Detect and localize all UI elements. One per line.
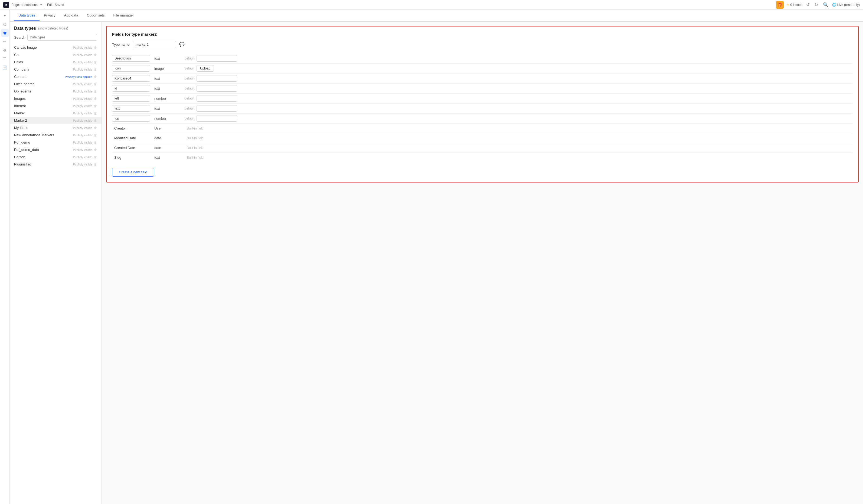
delete-icon[interactable]: 🗑 <box>94 97 97 101</box>
search-input[interactable] <box>27 34 97 41</box>
delete-icon[interactable]: 🗑 <box>94 53 97 57</box>
field-type: User <box>150 126 183 130</box>
tab-file-manager[interactable]: File manager <box>109 11 138 21</box>
datatype-item[interactable]: Pdf_demo_dataPublicly visible🗑 <box>10 146 101 153</box>
datatype-item[interactable]: Pdf_demoPublicly visible🗑 <box>10 139 101 146</box>
datatype-item[interactable]: Filter_searchPublicly visible🗑 <box>10 80 101 88</box>
create-field-button[interactable]: Create a new field <box>112 168 154 177</box>
datatype-item[interactable]: Canvas ImagePublicly visible🗑 <box>10 44 101 51</box>
datatype-name: Content <box>14 75 65 79</box>
search-row: Search <box>10 34 101 44</box>
datatype-visibility: Publicly visible <box>73 61 92 64</box>
field-name-input[interactable] <box>112 75 150 82</box>
app-logo: b <box>3 2 9 8</box>
search-button[interactable]: 🔍 <box>822 2 829 8</box>
settings-icon[interactable]: ☰ <box>1 55 9 63</box>
design-icon[interactable]: ✦ <box>1 12 9 20</box>
datatype-item[interactable]: ChPublicly visible🗑 <box>10 51 101 59</box>
datatype-item[interactable]: My IconsPublicly visible🗑 <box>10 124 101 131</box>
delete-icon[interactable]: 🗑 <box>94 90 97 93</box>
datatype-visibility: Publicly visible <box>73 112 92 115</box>
field-name-input[interactable] <box>112 105 150 112</box>
delete-icon[interactable]: 🗑 <box>94 46 97 50</box>
tab-data-types[interactable]: Data types <box>14 11 39 21</box>
logs-icon[interactable]: 📄 <box>1 64 9 72</box>
delete-icon[interactable]: 🗑 <box>94 163 97 166</box>
datatype-name: Gb_events <box>14 89 73 93</box>
datatype-item[interactable]: CompanyPublicly visible🗑 <box>10 66 101 73</box>
field-row: Modified DatedateBuilt-in field <box>112 133 853 143</box>
datatype-name: New Annotations Markers <box>14 133 73 137</box>
delete-icon[interactable]: 🗑 <box>94 126 97 130</box>
delete-icon[interactable]: 🗑 <box>94 68 97 72</box>
field-name-input[interactable] <box>112 65 150 72</box>
warning-icon: ⚠ <box>786 3 789 7</box>
datatype-visibility: Publicly visible <box>73 90 92 93</box>
default-label: default <box>183 117 197 120</box>
default-value-input[interactable] <box>197 75 237 82</box>
delete-icon[interactable]: 🗑 <box>94 82 97 86</box>
delete-icon[interactable]: 🗑 <box>94 104 97 108</box>
datatype-item[interactable]: Marker2Publicly visible🗑 <box>10 117 101 124</box>
gift-icon[interactable]: 🎁 <box>776 1 784 9</box>
default-value-input[interactable] <box>197 55 237 62</box>
delete-icon[interactable]: 🗑 <box>94 75 97 79</box>
redo-button[interactable]: ↻ <box>813 2 819 8</box>
delete-icon[interactable]: 🗑 <box>94 133 97 137</box>
type-name-row: Type name 💬 <box>112 41 853 48</box>
datatype-item[interactable]: CitiesPublicly visible🗑 <box>10 59 101 66</box>
plugins-icon[interactable]: ⚙ <box>1 47 9 54</box>
field-row: SlugtextBuilt-in field <box>112 153 853 162</box>
style-icon[interactable]: ✏ <box>1 38 9 46</box>
datatype-visibility: Publicly visible <box>73 53 92 56</box>
datatype-item[interactable]: ContentPrivacy rules applied🗑 <box>10 73 101 80</box>
default-label: default <box>183 66 197 70</box>
default-value-input[interactable] <box>197 95 237 102</box>
field-name-input[interactable] <box>112 95 150 102</box>
default-value-input[interactable] <box>197 105 237 112</box>
delete-icon[interactable]: 🗑 <box>94 141 97 144</box>
default-value-input[interactable] <box>197 85 237 92</box>
default-value-input[interactable] <box>197 115 237 122</box>
data-icon[interactable]: ⬟ <box>1 29 9 37</box>
issues-count[interactable]: ⚠ 0 issues <box>786 3 802 7</box>
tab-option-sets[interactable]: Option sets <box>83 11 109 21</box>
datatype-visibility: Publicly visible <box>73 155 92 159</box>
datatype-item[interactable]: MarkerPublicly visible🗑 <box>10 109 101 117</box>
delete-icon[interactable]: 🗑 <box>94 119 97 122</box>
page-label: Page: annotations <box>11 3 38 7</box>
chat-icon[interactable]: 💬 <box>179 42 185 47</box>
datatype-name: My Icons <box>14 126 73 130</box>
datatype-item[interactable]: Gb_eventsPublicly visible🗑 <box>10 88 101 95</box>
datatype-visibility: Publicly visible <box>73 133 92 137</box>
workflow-icon[interactable]: ⬡ <box>1 21 9 28</box>
datatype-item[interactable]: PluginsTagPublicly visible🗑 <box>10 160 101 168</box>
undo-button[interactable]: ↺ <box>805 2 811 8</box>
builtin-label: Built-in field <box>183 146 203 150</box>
datatypes-title: Data types <box>14 26 36 31</box>
datatype-visibility: Publicly visible <box>73 141 92 144</box>
globe-icon: 🌐 <box>832 3 836 7</box>
delete-icon[interactable]: 🗑 <box>94 155 97 159</box>
field-name-input[interactable] <box>112 115 150 122</box>
field-name-input[interactable] <box>112 55 150 62</box>
datatype-item[interactable]: ImagesPublicly visible🗑 <box>10 95 101 102</box>
field-name-input[interactable] <box>112 85 150 92</box>
delete-icon[interactable]: 🗑 <box>94 148 97 152</box>
datatype-item[interactable]: New Annotations MarkersPublicly visible🗑 <box>10 131 101 139</box>
datatype-item[interactable]: PersonPublicly visible🗑 <box>10 153 101 160</box>
datatype-item[interactable]: InterestPublicly visible🗑 <box>10 102 101 109</box>
tab-app-data[interactable]: App data <box>60 11 83 21</box>
field-type: text <box>150 56 183 61</box>
datatype-name: PluginsTag <box>14 162 73 166</box>
upload-button[interactable]: Upload <box>197 65 214 72</box>
delete-icon[interactable]: 🗑 <box>94 60 97 64</box>
type-name-input[interactable] <box>133 41 176 48</box>
datatype-name: Marker2 <box>14 118 73 122</box>
main-area: Data types Privacy App data Option sets … <box>10 10 863 504</box>
delete-icon[interactable]: 🗑 <box>94 112 97 115</box>
datatype-name: Canvas Image <box>14 46 73 50</box>
tab-privacy[interactable]: Privacy <box>39 11 60 21</box>
page-dropdown-icon[interactable]: ▼ <box>40 3 42 6</box>
show-deleted-link[interactable]: (show deleted types) <box>38 26 68 30</box>
